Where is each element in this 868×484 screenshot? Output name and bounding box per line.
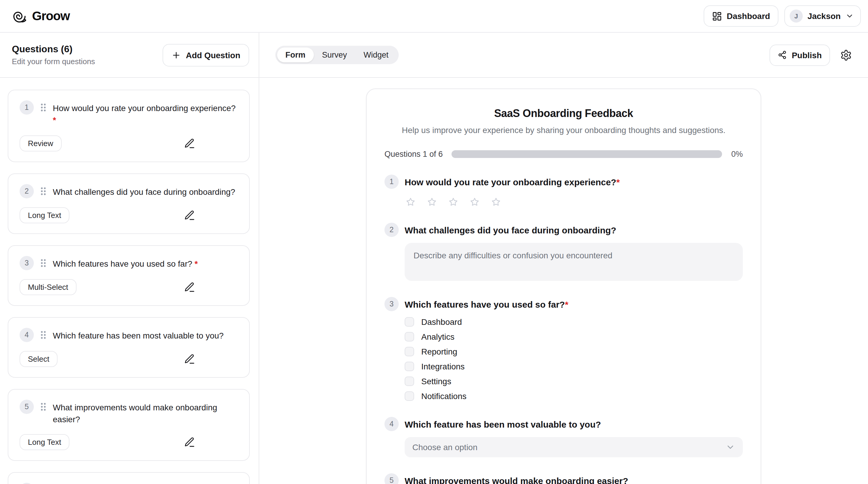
question-title: What improvements would make onboarding … bbox=[405, 475, 628, 484]
question-number-badge: 1 bbox=[20, 101, 34, 115]
settings-button[interactable] bbox=[840, 49, 852, 61]
sidebar-title: Questions (6) bbox=[12, 44, 95, 55]
required-asterisk: * bbox=[195, 259, 198, 268]
question-card-bottom: Multi-Select bbox=[20, 279, 238, 295]
checkbox-box[interactable] bbox=[405, 332, 414, 341]
form-question-body bbox=[405, 243, 743, 281]
progress-percent: 0% bbox=[731, 150, 743, 159]
drag-handle-icon[interactable] bbox=[40, 331, 46, 339]
sidebar-heading: Questions (6) Edit your form questions bbox=[12, 44, 95, 66]
user-name: Jackson bbox=[807, 11, 841, 21]
question-type-badge: Long Text bbox=[20, 434, 69, 450]
form-question-4: 4 Which feature has been most valuable t… bbox=[384, 417, 743, 457]
drag-handle-icon[interactable] bbox=[40, 259, 46, 267]
form-preview-card: SaaS Onboarding Feedback Help us improve… bbox=[366, 88, 761, 484]
question-card-bottom: Review bbox=[20, 135, 238, 151]
checkbox-option[interactable]: Settings bbox=[405, 376, 743, 386]
question-card-top: 3 Which features have you used so far? * bbox=[20, 256, 238, 270]
question-text: How would you rate your onboarding exper… bbox=[53, 101, 238, 126]
question-card-1[interactable]: 1 How would you rate your onboarding exp… bbox=[8, 90, 250, 162]
pen-icon bbox=[184, 138, 195, 149]
question-card-top: 2 What challenges did you face during on… bbox=[20, 184, 238, 198]
form-description: Help us improve your experience by shari… bbox=[384, 125, 743, 135]
checkbox-box[interactable] bbox=[405, 317, 414, 326]
pen-icon bbox=[184, 281, 195, 292]
checkbox-box[interactable] bbox=[405, 362, 414, 371]
question-card-bottom: Long Text bbox=[20, 434, 238, 450]
user-menu-button[interactable]: J Jackson bbox=[784, 5, 861, 27]
question-number-badge: 2 bbox=[20, 184, 34, 198]
question-number-badge: 3 bbox=[384, 297, 399, 311]
plus-icon bbox=[172, 50, 181, 60]
chevron-down-icon bbox=[725, 443, 735, 452]
question-card-4[interactable]: 4 Which feature has been most valuable t… bbox=[8, 317, 250, 377]
form-question-3: 3 Which features have you used so far?* … bbox=[384, 297, 743, 401]
answer-textarea[interactable] bbox=[405, 243, 743, 281]
checkbox-option[interactable]: Reporting bbox=[405, 347, 743, 356]
chevron-down-icon bbox=[845, 12, 854, 20]
groow-logo-icon bbox=[12, 8, 27, 24]
checkbox-option[interactable]: Dashboard bbox=[405, 317, 743, 326]
select-field[interactable]: Choose an option bbox=[405, 437, 743, 457]
star-icon[interactable] bbox=[470, 197, 479, 207]
question-title: Which features have you used so far?* bbox=[405, 299, 568, 309]
checkbox-option[interactable]: Notifications bbox=[405, 391, 743, 401]
question-number-badge: 2 bbox=[384, 223, 399, 237]
star-icon[interactable] bbox=[406, 197, 415, 207]
star-icon[interactable] bbox=[491, 197, 501, 207]
avatar: J bbox=[790, 9, 803, 23]
dashboard-button[interactable]: Dashboard bbox=[704, 5, 778, 27]
tab-survey[interactable]: Survey bbox=[314, 48, 355, 62]
required-asterisk: * bbox=[565, 299, 568, 309]
form-preview-area: SaaS Onboarding Feedback Help us improve… bbox=[259, 78, 868, 484]
star-icon[interactable] bbox=[427, 197, 437, 207]
question-card-5[interactable]: 5 What improvements would make onboardin… bbox=[8, 389, 250, 461]
pen-icon bbox=[184, 353, 195, 364]
tab-widget[interactable]: Widget bbox=[355, 48, 397, 62]
edit-question-button[interactable] bbox=[184, 281, 195, 292]
form-question-header: 3 Which features have you used so far?* bbox=[384, 297, 743, 311]
checkbox-label: Analytics bbox=[421, 332, 455, 341]
pen-icon bbox=[184, 436, 195, 448]
question-list: 1 How would you rate your onboarding exp… bbox=[0, 78, 259, 484]
checkbox-box[interactable] bbox=[405, 376, 414, 386]
rating-stars bbox=[406, 197, 743, 207]
question-type-badge: Long Text bbox=[20, 207, 69, 223]
checkbox-box[interactable] bbox=[405, 391, 414, 401]
sidebar-subtitle: Edit your form questions bbox=[12, 57, 95, 66]
drag-handle-icon[interactable] bbox=[40, 402, 46, 411]
star-icon[interactable] bbox=[448, 197, 458, 207]
question-text: Which feature has been most valuable to … bbox=[53, 328, 224, 341]
form-question-header: 1 How would you rate your onboarding exp… bbox=[384, 175, 743, 189]
form-question-1: 1 How would you rate your onboarding exp… bbox=[384, 175, 743, 207]
checkbox-option[interactable]: Analytics bbox=[405, 332, 743, 341]
brand: Groow bbox=[12, 8, 70, 24]
question-card-top: 4 Which feature has been most valuable t… bbox=[20, 328, 238, 342]
edit-question-button[interactable] bbox=[184, 138, 195, 149]
question-card-3[interactable]: 3 Which features have you used so far? *… bbox=[8, 245, 250, 306]
checkbox-option[interactable]: Integrations bbox=[405, 362, 743, 371]
edit-question-button[interactable] bbox=[184, 209, 195, 221]
gear-icon bbox=[840, 49, 852, 61]
question-card-2[interactable]: 2 What challenges did you face during on… bbox=[8, 173, 250, 234]
add-question-label: Add Question bbox=[186, 50, 240, 60]
tab-form[interactable]: Form bbox=[277, 48, 314, 62]
app-window: Groow Dashboard J Jackson bbox=[0, 0, 868, 484]
question-text: Which features have you used so far? * bbox=[53, 256, 198, 269]
add-question-button[interactable]: Add Question bbox=[162, 44, 249, 66]
question-title: What challenges did you face during onbo… bbox=[405, 225, 616, 235]
checkbox-label: Notifications bbox=[421, 391, 467, 401]
question-title: How would you rate your onboarding exper… bbox=[405, 177, 620, 187]
edit-question-button[interactable] bbox=[184, 353, 195, 364]
question-card-6[interactable]: 6 Any other feedback about your experien… bbox=[8, 472, 250, 484]
drag-handle-icon[interactable] bbox=[40, 103, 46, 112]
edit-question-button[interactable] bbox=[184, 436, 195, 448]
question-card-bottom: Select bbox=[20, 351, 238, 367]
question-card-bottom: Long Text bbox=[20, 207, 238, 223]
drag-handle-icon[interactable] bbox=[40, 187, 46, 195]
sidebar-header: Questions (6) Edit your form questions A… bbox=[0, 33, 259, 78]
checkbox-box[interactable] bbox=[405, 347, 414, 356]
question-number-badge: 4 bbox=[20, 328, 34, 342]
publish-button[interactable]: Publish bbox=[770, 44, 830, 66]
question-card-top: 5 What improvements would make onboardin… bbox=[20, 399, 238, 425]
